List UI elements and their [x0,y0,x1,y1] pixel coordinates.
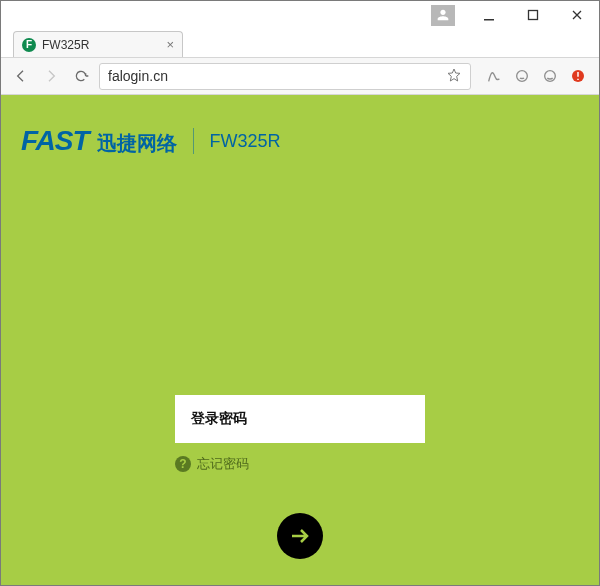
password-placeholder: 登录密码 [191,410,247,428]
extension-icon-3[interactable] [541,67,559,85]
arrow-right-icon [288,524,312,548]
tab-favicon: F [22,38,36,52]
svg-rect-0 [484,19,494,21]
submit-arrow-button[interactable] [277,513,323,559]
extension-icons [477,67,591,85]
tab-title: FW325R [42,38,89,52]
extension-icon-2[interactable] [513,67,531,85]
forgot-password-label: 忘记密码 [197,455,249,473]
nav-back-button[interactable] [9,64,33,88]
brand-cn-text: 迅捷网络 [97,130,177,157]
nav-forward-button[interactable] [39,64,63,88]
window-close-button[interactable] [555,1,599,29]
address-bar[interactable]: falogin.cn [99,63,471,90]
svg-point-3 [545,71,556,82]
login-block: 登录密码 ? 忘记密码 [175,395,425,473]
brand-separator [193,128,194,154]
svg-point-2 [517,71,528,82]
window-minimize-button[interactable] [467,1,511,29]
browser-tabstrip: F FW325R × [1,29,599,58]
password-input[interactable]: 登录密码 [175,395,425,443]
address-bar-url: falogin.cn [108,68,446,84]
extension-icon-1[interactable] [485,67,503,85]
svg-rect-1 [529,11,538,20]
brand-header: FAST 迅捷网络 FW325R [21,125,281,157]
extension-icon-4[interactable] [569,67,587,85]
window-maximize-button[interactable] [511,1,555,29]
brand-model-text: FW325R [210,131,281,152]
window-titlebar [1,1,599,29]
bookmark-star-icon[interactable] [446,67,462,86]
page-viewport: FAST 迅捷网络 FW325R 登录密码 ? 忘记密码 [1,95,599,585]
profile-avatar-button[interactable] [431,5,455,26]
forgot-password-link[interactable]: ? 忘记密码 [175,455,425,473]
browser-tab[interactable]: F FW325R × [13,31,183,57]
brand-logo: FAST 迅捷网络 [21,125,177,157]
help-icon: ? [175,456,191,472]
browser-toolbar: falogin.cn [1,58,599,95]
nav-reload-button[interactable] [69,64,93,88]
brand-fast-text: FAST [21,125,89,157]
tab-close-button[interactable]: × [166,38,174,51]
